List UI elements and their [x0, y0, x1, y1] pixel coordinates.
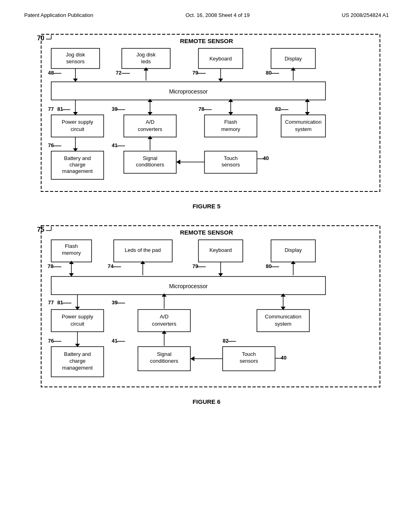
svg-text:41: 41	[112, 142, 117, 148]
svg-text:A/D: A/D	[160, 314, 169, 320]
svg-marker-30	[291, 67, 296, 71]
svg-text:circuit: circuit	[71, 321, 84, 327]
page: Patent Application Publication Oct. 16, …	[0, 0, 413, 532]
svg-marker-117	[291, 261, 296, 264]
svg-text:system: system	[295, 126, 311, 132]
svg-text:79: 79	[192, 70, 198, 76]
svg-text:charge: charge	[69, 358, 86, 364]
svg-marker-115	[218, 273, 223, 276]
svg-text:Microprocessor: Microprocessor	[169, 88, 208, 95]
figure6-container: 75 REMOTE SENSOR Flash memory Leds of th…	[24, 222, 389, 405]
svg-text:Flash: Flash	[224, 119, 237, 125]
svg-text:75: 75	[37, 226, 44, 233]
figure6-label: FIGURE 6	[24, 398, 389, 405]
svg-text:82: 82	[275, 106, 281, 112]
figure5-container: 70 REMOTE SENSOR Jog disk sensors Jog di…	[24, 30, 389, 210]
svg-text:sensors: sensors	[240, 358, 258, 364]
figure5-svg: 70 REMOTE SENSOR Jog disk sensors Jog di…	[25, 30, 388, 200]
svg-text:80: 80	[266, 263, 271, 269]
svg-text:REMOTE SENSOR: REMOTE SENSOR	[180, 229, 233, 236]
svg-text:76: 76	[48, 142, 54, 148]
svg-marker-128	[162, 293, 167, 297]
svg-text:Jog disk: Jog disk	[66, 52, 85, 58]
svg-marker-51	[305, 99, 310, 102]
svg-text:conditioners: conditioners	[136, 162, 165, 168]
svg-marker-150	[162, 330, 167, 334]
figure5-label: FIGURE 5	[24, 203, 389, 210]
svg-marker-164	[190, 356, 194, 361]
svg-text:sensors: sensors	[66, 58, 85, 64]
figure6-svg: 75 REMOTE SENSOR Flash memory Leds of th…	[25, 222, 388, 395]
svg-text:Microprocessor: Microprocessor	[169, 283, 208, 289]
svg-text:Keyboard: Keyboard	[209, 56, 232, 62]
svg-text:Communication: Communication	[265, 314, 301, 320]
svg-text:converters: converters	[138, 126, 163, 132]
svg-marker-26	[144, 67, 148, 71]
svg-text:Power supply: Power supply	[62, 314, 94, 320]
svg-marker-130	[281, 293, 286, 297]
svg-text:A/D: A/D	[146, 119, 154, 125]
svg-text:Display: Display	[285, 56, 302, 62]
svg-marker-113	[140, 261, 145, 264]
svg-text:Touch: Touch	[224, 155, 238, 161]
svg-marker-45	[148, 99, 152, 102]
svg-text:41: 41	[112, 338, 117, 344]
svg-text:48: 48	[48, 70, 54, 76]
svg-text:70: 70	[37, 35, 44, 42]
svg-text:72: 72	[116, 70, 121, 76]
svg-marker-86	[176, 160, 180, 164]
svg-text:memory: memory	[62, 250, 81, 256]
svg-text:80: 80	[266, 70, 271, 76]
svg-text:Display: Display	[285, 247, 302, 253]
svg-text:circuit: circuit	[71, 126, 84, 132]
svg-text:78: 78	[48, 263, 53, 269]
svg-text:Flash: Flash	[65, 243, 78, 249]
svg-marker-48	[228, 99, 233, 102]
svg-text:sensors: sensors	[221, 162, 240, 168]
header-center: Oct. 16, 2008 Sheet 4 of 19	[186, 12, 250, 18]
svg-text:81: 81	[57, 106, 63, 112]
svg-text:system: system	[275, 321, 291, 327]
svg-text:charge: charge	[69, 162, 86, 168]
svg-text:Power supply: Power supply	[62, 119, 94, 125]
svg-text:77: 77	[48, 106, 54, 112]
svg-text:Battery and: Battery and	[64, 155, 91, 161]
svg-text:leds: leds	[141, 58, 151, 64]
header-right: US 2008/254824 A1	[342, 12, 389, 18]
svg-text:Signal: Signal	[157, 351, 171, 357]
svg-text:management: management	[62, 168, 93, 174]
svg-text:Jog disk: Jog disk	[136, 52, 156, 58]
svg-text:Battery and: Battery and	[64, 351, 91, 357]
svg-text:39: 39	[112, 299, 117, 305]
header-left: Patent Application Publication	[24, 12, 93, 18]
svg-text:converters: converters	[152, 321, 177, 327]
svg-text:Touch: Touch	[242, 351, 256, 357]
svg-text:memory: memory	[221, 126, 240, 132]
svg-text:Leds of the pad: Leds of the pad	[125, 247, 161, 253]
svg-text:Communication: Communication	[285, 119, 321, 125]
svg-text:78: 78	[198, 106, 204, 112]
svg-text:Keyboard: Keyboard	[209, 247, 232, 253]
svg-text:REMOTE SENSOR: REMOTE SENSOR	[180, 37, 233, 44]
svg-text:79: 79	[192, 263, 198, 269]
svg-text:39: 39	[112, 106, 117, 112]
svg-text:40: 40	[263, 155, 269, 161]
svg-text:conditioners: conditioners	[150, 358, 179, 364]
svg-text:74: 74	[108, 263, 114, 269]
svg-text:Signal: Signal	[143, 155, 157, 161]
svg-text:76: 76	[48, 338, 54, 344]
svg-marker-24	[73, 79, 78, 82]
svg-text:82: 82	[223, 338, 228, 344]
svg-marker-28	[218, 79, 223, 82]
svg-text:management: management	[62, 365, 93, 371]
svg-marker-111	[69, 273, 74, 276]
svg-text:81: 81	[57, 299, 63, 305]
page-header: Patent Application Publication Oct. 16, …	[24, 12, 389, 18]
svg-text:77: 77	[48, 299, 54, 305]
svg-text:40: 40	[281, 355, 286, 361]
svg-marker-110	[69, 261, 74, 264]
svg-marker-72	[148, 136, 152, 139]
